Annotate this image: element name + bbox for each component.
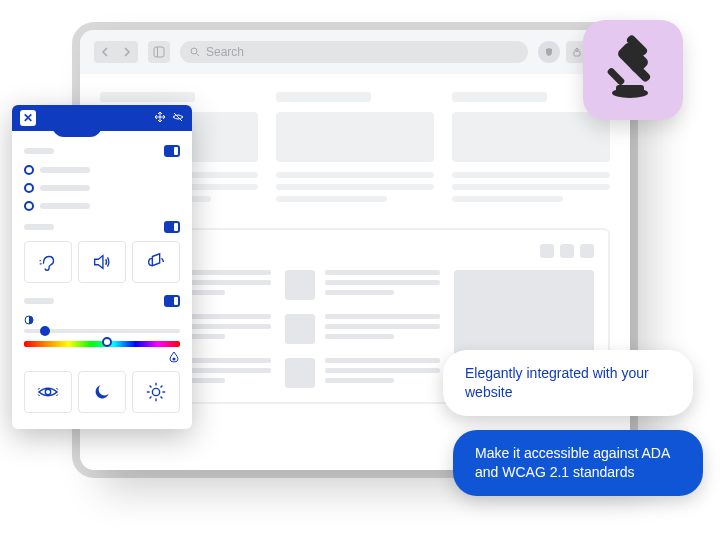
gavel-badge — [583, 20, 683, 120]
eye-off-icon[interactable] — [172, 109, 184, 127]
widget-header: ✕ — [12, 105, 192, 131]
speaker-icon[interactable] — [78, 241, 126, 283]
bubble-integrated: Elegantly integrated with your website — [443, 350, 693, 416]
shield-button[interactable] — [538, 41, 560, 63]
section-toggle-2[interactable] — [164, 221, 180, 233]
ear-icon[interactable] — [24, 241, 72, 283]
bubble-accessible: Make it accessible against ADA and WCAG … — [453, 430, 703, 496]
forward-button[interactable] — [116, 41, 138, 63]
svg-point-2 — [191, 48, 197, 54]
svg-point-9 — [45, 389, 51, 395]
svg-rect-16 — [616, 85, 644, 93]
svg-rect-0 — [154, 47, 164, 57]
browser-toolbar: Search — [80, 30, 630, 74]
sidebar-toggle[interactable] — [148, 41, 170, 63]
svg-rect-14 — [606, 67, 625, 86]
svg-line-3 — [197, 54, 200, 57]
close-button[interactable]: ✕ — [20, 110, 36, 126]
back-button[interactable] — [94, 41, 116, 63]
accessibility-widget: ✕ — [12, 105, 192, 429]
bubble-text: Elegantly integrated with your website — [465, 365, 649, 400]
bubble-text: Make it accessible against ADA and WCAG … — [475, 445, 670, 480]
svg-point-8 — [173, 358, 176, 361]
search-bar[interactable]: Search — [180, 41, 528, 63]
eye-icon[interactable] — [24, 371, 72, 413]
nav-buttons — [94, 41, 138, 63]
gavel-icon — [598, 35, 668, 105]
move-icon[interactable] — [154, 109, 166, 127]
svg-point-10 — [152, 388, 159, 395]
color-slider[interactable] — [24, 341, 180, 363]
droplet-icon — [168, 351, 180, 363]
section-toggle-3[interactable] — [164, 295, 180, 307]
search-icon — [190, 47, 200, 57]
microphone-icon[interactable] — [132, 241, 180, 283]
contrast-icon — [24, 315, 34, 325]
contrast-slider[interactable] — [24, 315, 180, 333]
search-placeholder: Search — [206, 45, 244, 59]
sun-icon[interactable] — [132, 371, 180, 413]
widget-tab — [52, 105, 102, 137]
section-toggle-1[interactable] — [164, 145, 180, 157]
moon-icon[interactable] — [78, 371, 126, 413]
